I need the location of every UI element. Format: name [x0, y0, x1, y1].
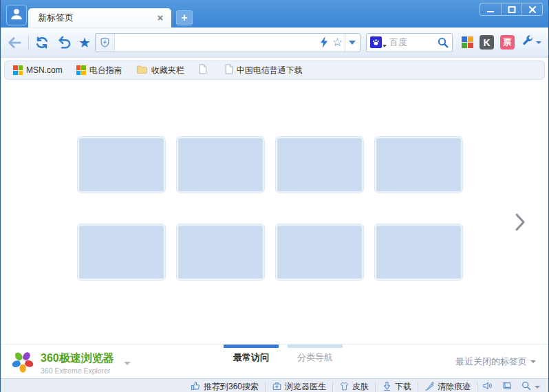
bookmark-favorites-folder[interactable]: 收藏夹栏 [136, 65, 184, 76]
bookmark-label: MSN.com [26, 65, 63, 75]
chevron-down-icon [349, 41, 356, 45]
toolbar: ★ ☆ [1, 28, 548, 58]
bookmark-untitled-page[interactable] [198, 64, 211, 76]
clear-traces-button[interactable]: 清除痕迹 [418, 379, 477, 392]
recommend-360-search-button[interactable]: 推荐到360搜索 [184, 379, 265, 392]
browser-doctor-button[interactable]: 浏览器医生 [266, 379, 332, 392]
url-dropdown-button[interactable] [345, 34, 360, 52]
bookmark-star-button[interactable]: ★ [78, 36, 91, 50]
maximize-button[interactable] [501, 3, 521, 15]
bookmark-label: 电台指南 [89, 65, 122, 76]
site-thumbnail[interactable] [177, 224, 264, 280]
lightning-icon[interactable] [320, 36, 328, 48]
site-thumbnail[interactable] [78, 224, 165, 280]
tab-title: 新标签页 [38, 12, 155, 24]
search-box[interactable] [366, 33, 453, 52]
first-aid-icon [272, 381, 282, 392]
page-icon [224, 64, 233, 76]
grid-square [468, 36, 473, 42]
title-bar: 新标签页 × + [1, 0, 548, 28]
browser-tab[interactable]: 新标签页 × [28, 8, 171, 28]
tab-indicator [224, 345, 279, 348]
app-grid-icon[interactable] [462, 36, 473, 48]
new-tab-page: MSN.com 电台指南 收藏夹栏 [1, 61, 548, 378]
bookmark-radio-guide[interactable]: 电台指南 [76, 65, 122, 76]
favorite-star-icon[interactable]: ☆ [332, 36, 343, 48]
site-thumbnail[interactable] [375, 224, 462, 280]
tab-label: 最常访问 [224, 351, 279, 364]
bookmark-china-telecom[interactable]: 中国电信普通下载 [224, 64, 303, 76]
bookmark-msn[interactable]: MSN.com [13, 65, 63, 75]
folder-icon [136, 65, 148, 76]
shield-icon[interactable] [96, 34, 115, 52]
status-label: 下载 [395, 381, 411, 392]
grid-square [462, 36, 467, 42]
back-button[interactable] [8, 36, 23, 49]
brand-text: 360极速浏览器 360 Extreme Explorer [41, 351, 114, 375]
brush-icon [424, 381, 435, 392]
brand-menu[interactable]: 360极速浏览器 360 Extreme Explorer [10, 349, 131, 377]
toolbar-right-cluster: K 票 [462, 34, 541, 50]
site-thumbnail[interactable] [276, 224, 363, 280]
bookmarks-bar: MSN.com 电台指南 收藏夹栏 [4, 61, 545, 80]
tab-category-nav[interactable]: 分类导航 [288, 345, 343, 364]
download-button[interactable]: 下载 [376, 379, 418, 392]
site-thumbnail[interactable] [177, 137, 264, 193]
search-button[interactable] [437, 36, 449, 49]
tab-indicator [288, 345, 343, 348]
browser-window: 新标签页 × + ★ [0, 0, 549, 392]
undo-button[interactable] [56, 36, 72, 50]
site-thumbnail[interactable] [276, 137, 363, 193]
tab-most-visited[interactable]: 最常访问 [224, 345, 279, 364]
new-tab-button[interactable]: + [176, 10, 193, 25]
thumbnail-grid [78, 137, 462, 280]
baidu-paw-icon [370, 36, 382, 48]
user-avatar[interactable] [6, 5, 27, 25]
bookmark-label: 中国电信普通下载 [237, 65, 303, 76]
chevron-down-icon [535, 386, 540, 389]
kankan-extension-button[interactable]: K [480, 35, 494, 50]
status-bar: 推荐到360搜索 浏览器医生 皮肤 下载 清除痕 [1, 378, 548, 392]
page-flip-icon [502, 380, 513, 392]
ticket-extension-button[interactable]: 票 [500, 35, 515, 50]
site-thumbnail[interactable] [375, 137, 462, 193]
download-arrow-icon [382, 381, 392, 392]
person-icon [9, 6, 24, 24]
bookmark-label: 收藏夹栏 [151, 65, 184, 76]
grid-square [468, 43, 473, 48]
chevron-down-icon [124, 362, 131, 365]
minimize-button[interactable] [480, 3, 501, 15]
mute-button[interactable] [477, 379, 497, 392]
status-label: 浏览器医生 [285, 381, 326, 392]
wrench-icon [521, 34, 534, 50]
next-page-arrow[interactable] [510, 208, 530, 236]
status-label: 推荐到360搜索 [204, 381, 259, 392]
thumbs-up-icon [191, 381, 201, 392]
toolbar-divider [28, 36, 29, 50]
recently-closed-tabs-button[interactable]: 最近关闭的标签页 [455, 356, 536, 368]
msn-logo-icon [76, 65, 86, 75]
page-search-button[interactable] [517, 379, 544, 392]
site-thumbnail[interactable] [78, 137, 165, 193]
tools-menu-button[interactable] [521, 34, 541, 50]
chevron-down-icon [536, 41, 541, 44]
status-label: 皮肤 [352, 381, 369, 392]
status-label: 清除痕迹 [438, 381, 471, 392]
close-button[interactable] [521, 3, 542, 15]
search-input[interactable] [387, 37, 437, 47]
msn-logo-icon [13, 65, 23, 75]
search-engine-selector[interactable] [370, 36, 387, 48]
tab-close-icon[interactable]: × [155, 12, 166, 23]
tshirt-icon [339, 381, 349, 392]
refresh-button[interactable] [34, 35, 50, 50]
url-input[interactable] [115, 35, 318, 50]
footer-nav-tabs: 最常访问 分类导航 [224, 345, 343, 364]
skin-button[interactable]: 皮肤 [333, 379, 375, 392]
magnifier-icon [521, 380, 532, 392]
address-bar[interactable]: ☆ [95, 33, 360, 52]
recently-closed-label: 最近关闭的标签页 [455, 356, 527, 368]
brand-subtitle: 360 Extreme Explorer [41, 367, 114, 375]
sidebar-panel-button[interactable] [497, 379, 517, 392]
speaker-icon [482, 380, 493, 392]
brand-title: 360极速浏览器 [41, 351, 114, 366]
